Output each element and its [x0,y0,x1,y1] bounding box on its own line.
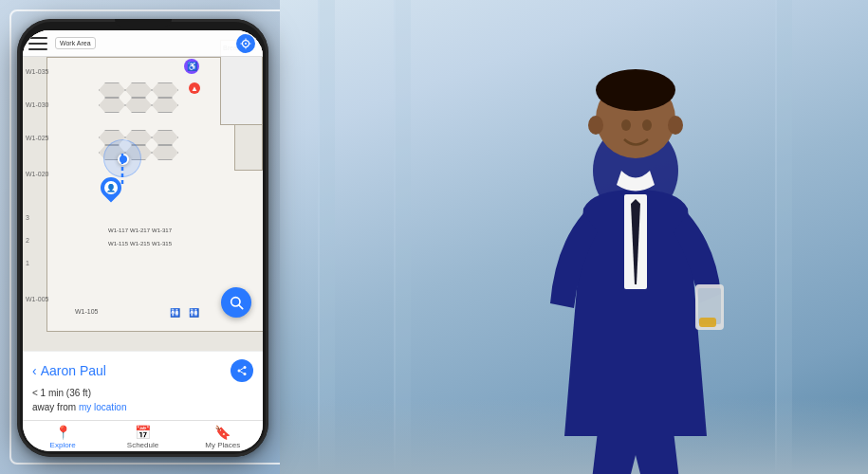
back-button[interactable]: ‹ Aaron Paul [32,363,106,378]
svg-point-11 [596,69,675,111]
svg-point-17 [245,43,247,45]
person-name-label: Aaron Paul [41,363,106,378]
schedule-icon: 📅 [135,425,151,440]
svg-line-15 [239,305,243,309]
tab-bar: 📍 Explore 📅 Schedule 🔖 My Places [23,420,263,451]
svg-point-13 [668,116,683,135]
desk-w217: W1-217 [130,228,150,233]
svg-rect-10 [699,318,716,327]
share-button[interactable] [231,359,253,382]
svg-point-3 [642,119,652,131]
location-dot [118,154,129,165]
my-places-label: My Places [205,441,240,449]
my-location-link[interactable]: my location [79,402,127,412]
desk-w215: W1-215 [130,241,150,246]
desk-w117: W1-117 [108,228,128,233]
floor-label-3: 3 [26,214,29,221]
desk-w315: W1-315 [152,241,172,246]
info-header: ‹ Aaron Paul [32,359,253,382]
tab-my-places[interactable]: 🔖 My Places [183,425,263,449]
away-text: away from [32,402,76,412]
desk-w317: W1-317 [152,228,172,233]
distance-value: < 1 min (36 ft) [32,388,91,398]
floor-label-1: 1 [26,260,29,266]
desk-w115: W1-115 [108,241,128,246]
desk-labels-row2: W1-115 W1-215 W1-315 [108,241,172,246]
map-area[interactable]: Break Ro... W1-035 W1-030 W1-025 W1-020 … [23,30,263,351]
svg-line-26 [240,368,243,370]
phone-notch [115,19,172,27]
tab-schedule[interactable]: 📅 Schedule [102,425,182,449]
location-target-button[interactable] [236,34,255,53]
desk-w105: W1-105 [75,308,99,315]
work-area-badge: Work Area [55,37,96,49]
person-silhouette [451,38,811,474]
floor-label-w020: W1-020 [26,171,49,177]
floor-label-2: 2 [26,237,29,244]
svg-point-22 [244,366,247,369]
schedule-label: Schedule [127,441,158,449]
distance-info: < 1 min (36 ft) away from my location [32,386,253,414]
my-places-icon: 🔖 [214,425,231,440]
desk-labels-row1: W1-117 W1-217 W1-317 [108,228,172,233]
svg-point-24 [244,373,247,375]
explore-icon: 📍 [55,425,71,440]
floor-label-w030: W1-030 [26,101,49,108]
map-topbar: Work Area [23,30,263,57]
svg-line-25 [240,372,243,374]
phone-screen: Break Ro... W1-035 W1-030 W1-025 W1-020 … [23,30,263,451]
map-search-button[interactable] [221,287,251,318]
restroom-icon-1: 🚻 [170,308,180,318]
tab-explore[interactable]: 📍 Explore [23,425,102,449]
svg-point-2 [621,119,631,131]
nav-arrow: ▲ [189,82,200,94]
floor-label-w005: W1-005 [26,296,49,302]
restroom-icon-2: 🚻 [189,308,199,318]
floor-label-w035: W1-035 [26,68,49,75]
svg-point-12 [588,116,603,135]
phone-device: Break Ro... W1-035 W1-030 W1-025 W1-020 … [17,19,268,457]
hamburger-menu[interactable] [28,37,47,50]
explore-label: Explore [50,441,76,449]
info-panel: ‹ Aaron Paul < 1 min (36 ft) away fro [23,351,263,420]
accessibility-icon: ♿ [184,59,199,74]
person-photo-area [280,0,868,474]
back-arrow-icon: ‹ [32,363,37,378]
svg-point-23 [238,370,241,373]
floor-label-w025: W1-025 [26,135,49,141]
